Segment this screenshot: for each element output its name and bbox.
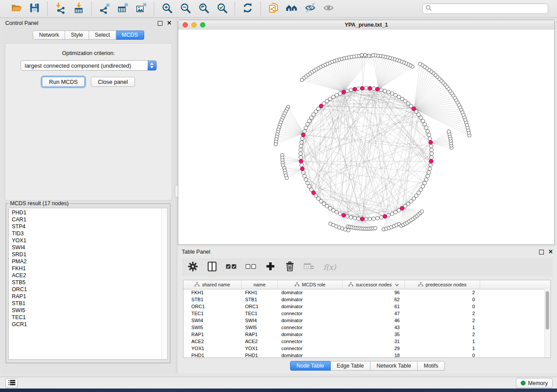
zoom-out-button[interactable] <box>178 2 193 16</box>
import-group <box>48 2 91 16</box>
column-label: MCDS role <box>302 282 325 287</box>
export-network-button[interactable] <box>97 2 112 16</box>
table-row[interactable]: ORC1ORC1dominator610 <box>183 303 545 310</box>
column-type-icon <box>348 282 353 288</box>
file-group <box>3 2 47 16</box>
mcds-list-item[interactable]: FKH1 <box>12 265 162 272</box>
save-floppy-icon <box>29 2 40 15</box>
float-table-panel-button[interactable] <box>539 250 544 254</box>
table-scrollbar[interactable] <box>544 289 550 358</box>
clone-network-button[interactable] <box>266 2 281 16</box>
tab-network-table[interactable]: Network Table <box>370 361 418 371</box>
column-header-shared-name[interactable]: shared name <box>183 280 242 289</box>
table-row[interactable]: PHD1PHD1dominator180 <box>183 352 545 358</box>
import-network-icon <box>54 2 66 16</box>
table-scrollbar-thumb[interactable] <box>546 291 549 330</box>
zoom-fit-button[interactable] <box>196 2 211 16</box>
mcds-list-scrollbar[interactable] <box>161 208 167 359</box>
table-cell: TEC1 <box>242 311 278 316</box>
create-column-button[interactable] <box>265 261 276 274</box>
refresh-layout-button[interactable] <box>240 2 255 16</box>
float-panel-button[interactable] <box>158 21 163 26</box>
mcds-list-item[interactable]: SWI4 <box>12 244 162 251</box>
table-panel-title: Table Panel <box>182 249 539 255</box>
tab-motifs[interactable]: Motifs <box>418 361 445 371</box>
mcds-list-item[interactable]: TEC1 <box>12 314 162 321</box>
column-label: successor nodes <box>356 282 392 287</box>
import-table-icon <box>73 2 85 16</box>
zoom-selected-button[interactable] <box>214 2 229 16</box>
mcds-list-item[interactable]: TID3 <box>12 230 162 237</box>
tab-select[interactable]: Select <box>89 31 116 40</box>
mcds-list-item[interactable]: CAR1 <box>12 216 162 223</box>
close-table-panel-button[interactable]: ✕ <box>548 250 553 254</box>
search-input[interactable] <box>434 5 545 12</box>
import-table-button[interactable] <box>71 2 86 16</box>
mcds-list-item[interactable]: GCR1 <box>12 321 162 328</box>
mcds-list-item[interactable]: STB5 <box>12 279 162 286</box>
column-header-successor-nodes[interactable]: successor nodes <box>343 280 405 289</box>
zoom-fit-icon <box>198 2 210 16</box>
table-row[interactable]: YOX1YOX1connector291 <box>183 345 545 352</box>
mcds-list-item[interactable]: YOX1 <box>12 237 162 244</box>
control-panel-tabs: NetworkStyleSelectMCDS <box>1 31 176 40</box>
mcds-list-item[interactable]: SWI5 <box>12 307 162 314</box>
panel-menu-button[interactable] <box>5 378 18 388</box>
column-header-predecessor-nodes[interactable]: predecessor nodes <box>405 280 480 289</box>
table-row[interactable]: FKH1FKH1dominator962 <box>183 289 545 296</box>
close-panel-button[interactable]: ✕ <box>167 21 172 25</box>
apply-function-button-disabled[interactable]: f(x) <box>323 261 336 274</box>
show-all-button[interactable] <box>321 2 336 16</box>
export-table-icon <box>117 2 129 16</box>
run-mcds-button[interactable]: Run MCDS <box>42 77 85 87</box>
optimization-select[interactable]: largest connected component (undirected) <box>21 60 157 71</box>
table-row[interactable]: SWI5SWI5connector431 <box>183 324 545 331</box>
mcds-list-item[interactable]: PMA2 <box>12 258 162 265</box>
network-canvas[interactable] <box>178 30 554 244</box>
table-cell: 0 <box>405 297 480 302</box>
import-network-button[interactable] <box>53 2 68 16</box>
table-cell: dominator <box>278 332 343 337</box>
table-cell: YOX1 <box>242 346 278 351</box>
export-table-button[interactable] <box>115 2 130 16</box>
mcds-list-item[interactable]: STP4 <box>12 223 162 230</box>
show-columns-button[interactable] <box>207 261 217 274</box>
mcds-list-item[interactable]: PHD1 <box>12 209 162 216</box>
tab-network[interactable]: Network <box>33 31 65 40</box>
open-file-button[interactable] <box>9 2 24 16</box>
deselect-all-rows-button[interactable] <box>246 261 256 274</box>
table-row[interactable]: ACE2ACE2connector311 <box>183 338 545 345</box>
mcds-list-item[interactable]: STB1 <box>12 300 162 307</box>
delete-table-button-disabled[interactable] <box>304 261 315 274</box>
delete-column-button[interactable] <box>284 261 295 274</box>
export-image-button[interactable] <box>134 2 149 16</box>
zoom-in-button[interactable] <box>159 2 174 16</box>
first-neighbors-button[interactable] <box>284 2 299 16</box>
memory-button[interactable]: Memory <box>516 378 553 388</box>
table-cell: connector <box>278 325 343 330</box>
table-row[interactable]: RAP1RAP1dominator352 <box>183 331 545 338</box>
control-panel: Control Panel ✕ NetworkStyleSelectMCDS O… <box>1 18 176 374</box>
select-all-rows-button[interactable] <box>226 261 237 274</box>
optimization-criterion-label: Optimization criterion: <box>5 50 172 56</box>
table-settings-button[interactable] <box>187 261 198 274</box>
search-box[interactable] <box>422 3 548 14</box>
save-session-button[interactable] <box>27 2 42 16</box>
list-icon <box>8 379 15 387</box>
table-row[interactable]: TEC1TEC1connector472 <box>183 310 545 317</box>
mcds-list-item[interactable]: ORC1 <box>12 286 162 293</box>
column-header-name[interactable]: name <box>242 280 278 289</box>
column-header-mcds-role[interactable]: MCDS role <box>278 280 343 289</box>
mcds-list-item[interactable]: ACE2 <box>12 272 162 279</box>
tab-edge-table[interactable]: Edge Table <box>331 361 370 371</box>
close-mcds-panel-button[interactable]: Close panel <box>91 77 135 87</box>
mcds-list-item[interactable]: SRD1 <box>12 251 162 258</box>
tab-node-table[interactable]: Node Table <box>290 361 331 371</box>
table-row[interactable]: STB1STB1dominator620 <box>183 296 545 303</box>
tab-mcds[interactable]: MCDS <box>116 31 144 40</box>
mcds-list-item[interactable]: RAP1 <box>12 293 162 300</box>
table-row[interactable]: SWI4SWI4dominator462 <box>183 317 545 324</box>
hide-selected-button[interactable] <box>303 2 318 16</box>
tab-style[interactable]: Style <box>65 31 89 40</box>
export-group <box>92 2 154 16</box>
